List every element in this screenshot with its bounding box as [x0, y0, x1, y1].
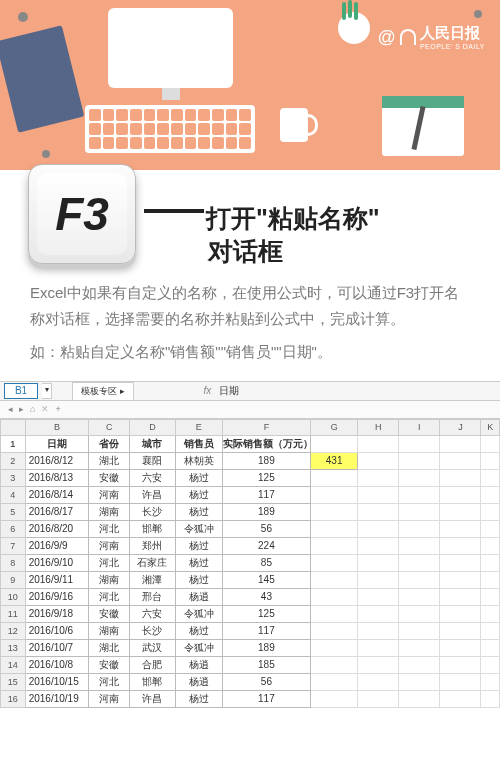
row-header[interactable]: 7 — [1, 537, 26, 554]
header-cell[interactable] — [358, 435, 399, 452]
cell[interactable]: 145 — [222, 571, 310, 588]
cell[interactable] — [440, 690, 481, 707]
cell[interactable] — [358, 571, 399, 588]
close-icon[interactable]: ✕ — [41, 404, 49, 414]
cell[interactable] — [311, 622, 358, 639]
cell[interactable] — [399, 486, 440, 503]
cell[interactable] — [399, 673, 440, 690]
cell[interactable] — [399, 639, 440, 656]
cell[interactable]: 189 — [222, 452, 310, 469]
cell[interactable]: 2016/10/7 — [25, 639, 89, 656]
cell[interactable]: 河北 — [89, 588, 130, 605]
cell[interactable] — [311, 486, 358, 503]
cell[interactable]: 2016/9/16 — [25, 588, 89, 605]
cell[interactable] — [358, 554, 399, 571]
cell[interactable] — [399, 588, 440, 605]
header-cell[interactable] — [311, 435, 358, 452]
cell[interactable]: 河北 — [89, 673, 130, 690]
cell[interactable] — [358, 452, 399, 469]
row-header[interactable]: 4 — [1, 486, 26, 503]
cell[interactable] — [440, 639, 481, 656]
header-cell[interactable]: 日期 — [25, 435, 89, 452]
home-icon[interactable]: ⌂ — [30, 404, 35, 414]
cell[interactable]: 河北 — [89, 520, 130, 537]
cell[interactable]: 2016/9/10 — [25, 554, 89, 571]
cell[interactable] — [481, 588, 500, 605]
header-cell[interactable]: 实际销售额（万元） — [222, 435, 310, 452]
cell[interactable] — [481, 503, 500, 520]
cell[interactable]: 189 — [222, 639, 310, 656]
cell[interactable] — [311, 469, 358, 486]
col-header[interactable]: G — [311, 419, 358, 435]
cell[interactable] — [440, 673, 481, 690]
cell[interactable] — [481, 639, 500, 656]
cell[interactable]: 189 — [222, 503, 310, 520]
cell[interactable] — [440, 520, 481, 537]
cell[interactable] — [481, 486, 500, 503]
cell[interactable]: 湖南 — [89, 571, 130, 588]
cell[interactable]: 431 — [311, 452, 358, 469]
row-header[interactable]: 5 — [1, 503, 26, 520]
col-header[interactable]: B — [25, 419, 89, 435]
cell[interactable] — [311, 503, 358, 520]
cell[interactable] — [399, 554, 440, 571]
cell[interactable]: 杨过 — [175, 503, 222, 520]
plus-icon[interactable]: + — [55, 404, 60, 414]
cell[interactable]: 杨过 — [175, 554, 222, 571]
cell[interactable] — [311, 673, 358, 690]
cell[interactable] — [481, 537, 500, 554]
cell[interactable] — [399, 469, 440, 486]
cell[interactable] — [358, 537, 399, 554]
col-header[interactable]: F — [222, 419, 310, 435]
cell[interactable]: 2016/10/6 — [25, 622, 89, 639]
row-header[interactable]: 1 — [1, 435, 26, 452]
col-header[interactable]: K — [481, 419, 500, 435]
cell[interactable] — [311, 605, 358, 622]
cell[interactable]: 杨过 — [175, 571, 222, 588]
row-header[interactable]: 3 — [1, 469, 26, 486]
header-cell[interactable] — [481, 435, 500, 452]
cell[interactable]: 224 — [222, 537, 310, 554]
cell[interactable] — [358, 588, 399, 605]
row-header[interactable]: 9 — [1, 571, 26, 588]
cell[interactable]: 安徽 — [89, 656, 130, 673]
cell[interactable]: 85 — [222, 554, 310, 571]
cell[interactable]: 117 — [222, 622, 310, 639]
cell[interactable] — [358, 639, 399, 656]
cell[interactable]: 湖南 — [89, 622, 130, 639]
row-header[interactable]: 15 — [1, 673, 26, 690]
cell[interactable]: 56 — [222, 520, 310, 537]
cell[interactable]: 杨过 — [175, 469, 222, 486]
cell[interactable] — [440, 503, 481, 520]
cell[interactable]: 117 — [222, 486, 310, 503]
spreadsheet-grid[interactable]: BCDEFGHIJK 1日期省份城市销售员实际销售额（万元）22016/8/12… — [0, 419, 500, 708]
cell[interactable] — [358, 503, 399, 520]
cell[interactable]: 2016/8/12 — [25, 452, 89, 469]
cell[interactable]: 56 — [222, 673, 310, 690]
cell[interactable]: 六安 — [130, 469, 175, 486]
cell[interactable] — [358, 673, 399, 690]
cell[interactable]: 杨过 — [175, 622, 222, 639]
cell[interactable]: 杨过 — [175, 690, 222, 707]
cell[interactable]: 令狐冲 — [175, 639, 222, 656]
cell[interactable]: 117 — [222, 690, 310, 707]
cell[interactable] — [358, 469, 399, 486]
cell[interactable]: 林朝英 — [175, 452, 222, 469]
fx-value[interactable]: 日期 — [219, 384, 239, 398]
cell[interactable] — [481, 690, 500, 707]
col-header[interactable]: D — [130, 419, 175, 435]
cell[interactable]: 邯郸 — [130, 520, 175, 537]
cell[interactable]: 2016/8/20 — [25, 520, 89, 537]
row-header[interactable]: 10 — [1, 588, 26, 605]
header-cell[interactable]: 省份 — [89, 435, 130, 452]
cell[interactable]: 安徽 — [89, 605, 130, 622]
cell[interactable] — [481, 605, 500, 622]
cell[interactable] — [399, 537, 440, 554]
cell[interactable]: 2016/8/14 — [25, 486, 89, 503]
cell[interactable] — [311, 639, 358, 656]
row-header[interactable]: 8 — [1, 554, 26, 571]
cell[interactable] — [481, 571, 500, 588]
cell[interactable] — [481, 554, 500, 571]
cell[interactable]: 2016/8/13 — [25, 469, 89, 486]
cell[interactable] — [358, 690, 399, 707]
